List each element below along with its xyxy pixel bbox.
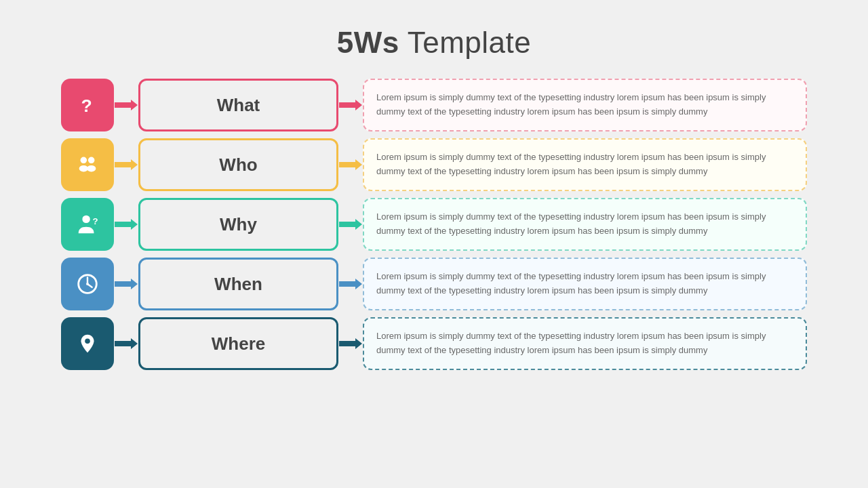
where-label-box: Where [138, 317, 338, 370]
svg-point-3 [88, 157, 95, 164]
who-icon-box [61, 138, 114, 191]
page-title: 5Ws Template [337, 26, 531, 60]
why-icon-box: ? [61, 198, 114, 251]
row-where: Where Lorem ipsum is simply dummy text o… [61, 317, 807, 370]
when-label: When [214, 274, 262, 295]
when-label-box: When [138, 258, 338, 310]
row-why: ? Why Lorem ipsum is simply dummy text o… [61, 198, 807, 251]
svg-point-2 [79, 165, 88, 172]
svg-text:?: ? [93, 216, 98, 226]
where-icon-box [61, 317, 114, 370]
when-icon-box [61, 258, 114, 310]
why-arrow-right [338, 216, 363, 232]
why-label: Why [220, 214, 257, 235]
what-desc-box: Lorem ipsum is simply dummy text of the … [363, 79, 807, 131]
row-what: ? What Lorem ipsum is simply dummy text … [61, 79, 807, 131]
where-desc-box: Lorem ipsum is simply dummy text of the … [363, 317, 807, 370]
row-when: When Lorem ipsum is simply dummy text of… [61, 258, 807, 310]
clock-icon [75, 271, 100, 297]
when-desc: Lorem ipsum is simply dummy text of the … [376, 270, 793, 298]
who-label-box: Who [138, 138, 338, 191]
what-icon-box: ? [61, 79, 114, 131]
people-icon [75, 152, 100, 178]
svg-point-10 [86, 283, 89, 285]
where-arrow-right [338, 336, 363, 352]
why-label-box: Why [138, 198, 338, 251]
pin-icon [75, 331, 100, 357]
when-arrow-right [338, 276, 363, 292]
svg-point-11 [85, 338, 90, 344]
why-arrow-left [114, 216, 138, 232]
who-arrow-right [338, 157, 363, 173]
what-arrow-left [114, 97, 138, 113]
who-label: Who [219, 155, 257, 176]
svg-point-1 [81, 157, 87, 164]
where-desc: Lorem ipsum is simply dummy text of the … [376, 329, 793, 358]
who-arrow-left [114, 157, 138, 173]
when-desc-box: Lorem ipsum is simply dummy text of the … [363, 258, 807, 310]
svg-text:?: ? [81, 96, 92, 116]
where-label: Where [212, 333, 265, 354]
who-desc: Lorem ipsum is simply dummy text of the … [376, 150, 793, 179]
rows-container: ? What Lorem ipsum is simply dummy text … [61, 79, 807, 370]
question-icon: ? [75, 92, 100, 118]
what-label-box: What [138, 79, 338, 131]
svg-point-4 [87, 165, 96, 172]
where-arrow-left [114, 336, 138, 352]
who-desc-box: Lorem ipsum is simply dummy text of the … [363, 138, 807, 191]
what-desc: Lorem ipsum is simply dummy text of the … [376, 91, 793, 119]
svg-point-5 [82, 216, 90, 223]
row-who: Who Lorem ipsum is simply dummy text of … [61, 138, 807, 191]
why-desc-box: Lorem ipsum is simply dummy text of the … [363, 198, 807, 251]
what-arrow-right [338, 97, 363, 113]
what-label: What [217, 95, 260, 116]
why-desc: Lorem ipsum is simply dummy text of the … [376, 210, 793, 239]
person-question-icon: ? [75, 211, 100, 237]
when-arrow-left [114, 276, 138, 292]
